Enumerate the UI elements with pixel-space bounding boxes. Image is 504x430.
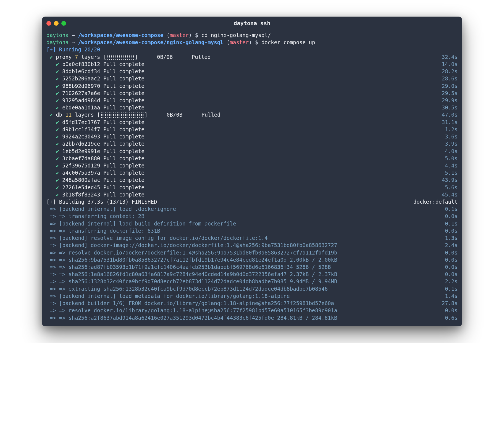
shell-command: docker compose up bbox=[261, 39, 315, 45]
output-line: => [backend internal] load metadata for … bbox=[46, 292, 458, 300]
duration: 1.2s bbox=[442, 126, 458, 133]
duration: 0.1s bbox=[442, 285, 458, 292]
running-status: [+] Running 20/20 bbox=[46, 46, 458, 53]
duration: 31.1s bbox=[439, 119, 458, 126]
git-branch: master bbox=[170, 32, 189, 38]
duration: 2.4s bbox=[442, 242, 458, 249]
build-step: => => extracting sha256:1328b32c40fca9bc… bbox=[46, 286, 328, 292]
shell-command: cd nginx-golang-mysql/ bbox=[201, 32, 271, 38]
build-step: => [backend internal] load .dockerignore bbox=[46, 206, 176, 212]
duration: 3.6s bbox=[442, 133, 458, 140]
titlebar: daytona ssh bbox=[42, 17, 462, 29]
build-step: => => sha256:1e8a16826fd1c80a63fa6817a9c… bbox=[46, 271, 337, 277]
check-icon: ✔ bbox=[56, 83, 59, 89]
output-line: ✔ ebde0aa1d1aa Pull complete30.5s bbox=[46, 104, 458, 111]
duration: 0.0s bbox=[442, 307, 458, 314]
output-line: => => sha256:9ba7531bd80fb0a858632727cf7… bbox=[46, 256, 458, 263]
duration: 1.3s bbox=[442, 234, 458, 242]
output-line: ✔ 93295add984d Pull complete29.9s bbox=[46, 97, 458, 104]
output-line: ✔ a2bb7d6219ce Pull complete3.9s bbox=[46, 140, 458, 147]
duration: 43.9s bbox=[439, 176, 458, 183]
check-icon: ✔ bbox=[56, 61, 59, 67]
check-icon: ✔ bbox=[56, 75, 59, 82]
git-branch: master bbox=[230, 39, 249, 45]
output-line: ✔ proxy 7 layers [⣿⣿⣿⣿⣿⣿⣿] 0B/0B Pulled3… bbox=[46, 53, 458, 61]
output-line: ✔ 7102627a7a6e Pull complete29.5s bbox=[46, 90, 458, 97]
prompt-path: /workspaces/awesome-compose bbox=[78, 32, 163, 38]
prompt-line: daytona → /workspaces/awesome-compose (m… bbox=[46, 32, 458, 39]
window-title: daytona ssh bbox=[46, 20, 458, 27]
build-step: => => sha256:1328b32c40fca9bcf9d70d8eccb… bbox=[46, 278, 337, 284]
output-line: => [backend builder 1/6] FROM docker.io/… bbox=[46, 300, 458, 307]
duration: 1.4s bbox=[442, 292, 458, 300]
output-line: => => resolve docker.io/library/golang:1… bbox=[46, 307, 458, 314]
prompt-line: daytona → /workspaces/awesome-compose/ng… bbox=[46, 39, 458, 46]
output-line: ✔ 5252b206aac2 Pull complete28.6s bbox=[46, 75, 458, 82]
duration: 3.9s bbox=[442, 140, 458, 147]
output-line: ✔ 9924a2c30493 Pull complete3.6s bbox=[46, 133, 458, 140]
minimize-icon[interactable] bbox=[54, 21, 59, 26]
prompt-host: daytona bbox=[46, 39, 69, 45]
check-icon: ✔ bbox=[56, 192, 59, 198]
build-step: => => sha256:ad87fb03593d1b71f9a1cfc1406… bbox=[46, 264, 331, 270]
terminal-output[interactable]: daytona → /workspaces/awesome-compose (m… bbox=[42, 29, 462, 326]
output-line: ✔ d5fd17ec1767 Pull complete31.1s bbox=[46, 119, 458, 126]
build-step: => => sha256:9ba7531bd80fb0a858632727cf7… bbox=[46, 257, 337, 263]
duration: 29.0s bbox=[439, 82, 458, 90]
duration: 29.9s bbox=[439, 97, 458, 104]
zoom-icon[interactable] bbox=[61, 21, 66, 26]
duration: 47.0s bbox=[439, 111, 458, 118]
output-line: ✔ 3cbaef7da880 Pull complete5.0s bbox=[46, 155, 458, 162]
duration: 45.4s bbox=[439, 191, 458, 198]
check-icon: ✔ bbox=[56, 177, 59, 183]
check-icon: ✔ bbox=[56, 148, 59, 154]
output-line: => [backend internal] load .dockerignore… bbox=[46, 205, 458, 213]
duration: 0.0s bbox=[442, 263, 458, 271]
duration: 0.0s bbox=[442, 213, 458, 220]
output-line: ✔ 27261e54ed45 Pull complete5.6s bbox=[46, 184, 458, 191]
output-line: => => sha256:1e8a16826fd1c80a63fa6817a9c… bbox=[46, 271, 458, 278]
duration: 14.0s bbox=[439, 61, 458, 68]
check-icon: ✔ bbox=[56, 162, 59, 169]
close-icon[interactable] bbox=[46, 21, 51, 26]
output-line: ✔ 52f39675d129 Pull complete4.4s bbox=[46, 162, 458, 169]
output-line: ✔ 248a5800afac Pull complete43.9s bbox=[46, 176, 458, 183]
check-icon: ✔ bbox=[56, 170, 59, 176]
build-step: => [backend builder 1/6] FROM docker.io/… bbox=[46, 300, 334, 306]
output-line: => => sha256:a2f8637abd914a8a62416e027a3… bbox=[46, 314, 458, 321]
output-line: ✔ a4c0075a397a Pull complete5.1s bbox=[46, 169, 458, 176]
output-line: ✔ 49b1cc1f34f7 Pull complete1.2s bbox=[46, 126, 458, 133]
duration: 5.0s bbox=[442, 155, 458, 162]
duration: 0.6s bbox=[442, 314, 458, 321]
check-icon: ✔ bbox=[56, 104, 59, 111]
output-line: ✔ 988b92d96970 Pull complete29.0s bbox=[46, 82, 458, 90]
duration: 4.0s bbox=[442, 148, 458, 155]
output-line: => => extracting sha256:1328b32c40fca9bc… bbox=[46, 285, 458, 292]
check-icon: ✔ bbox=[49, 54, 53, 60]
build-step: => => transferring context: 2B bbox=[46, 213, 145, 219]
output-line: => => sha256:ad87fb03593d1b71f9a1cfc1406… bbox=[46, 263, 458, 271]
check-icon: ✔ bbox=[56, 97, 59, 103]
progress-bar: [⣿⣿⣿⣿⣿⣿⣿] bbox=[103, 54, 138, 60]
check-icon: ✔ bbox=[56, 184, 59, 190]
check-icon: ✔ bbox=[49, 112, 53, 118]
docker-context: docker:default bbox=[413, 198, 458, 205]
progress-bar: [⣿⣿⣿⣿⣿⣿⣿⣿⣿⣿⣿] bbox=[97, 112, 148, 118]
duration: 30.5s bbox=[439, 104, 458, 111]
check-icon: ✔ bbox=[56, 126, 59, 132]
output-line: => => resolve docker.io/docker/dockerfil… bbox=[46, 249, 458, 256]
prompt-path: /workspaces/awesome-compose/nginx-golang… bbox=[78, 39, 223, 45]
duration: 0.0s bbox=[442, 249, 458, 256]
output-line: => => sha256:1328b32c40fca9bcf9d70d8eccb… bbox=[46, 278, 458, 285]
check-icon: ✔ bbox=[56, 68, 59, 74]
output-line: => => transferring context: 2B0.0s bbox=[46, 213, 458, 220]
output-line: ✔ db 11 layers [⣿⣿⣿⣿⣿⣿⣿⣿⣿⣿⣿] 0B/0B Pulle… bbox=[46, 111, 458, 118]
output-line: => [backend internal] load build definit… bbox=[46, 220, 458, 227]
build-step: => [backend] resolve image config for do… bbox=[46, 235, 268, 241]
check-icon: ✔ bbox=[56, 90, 59, 96]
duration: 0.0s bbox=[442, 227, 458, 234]
duration: 0.1s bbox=[442, 220, 458, 227]
build-step: => [backend internal] load build definit… bbox=[46, 221, 236, 227]
duration: 0.1s bbox=[442, 205, 458, 213]
prompt-host: daytona bbox=[46, 32, 69, 38]
